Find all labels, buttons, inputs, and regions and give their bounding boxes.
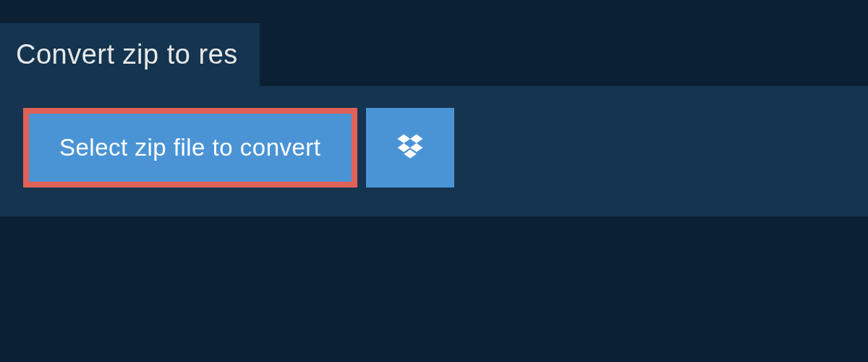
upload-panel: Select zip file to convert bbox=[0, 86, 868, 216]
button-row: Select zip file to convert bbox=[23, 108, 845, 188]
header-tab: Convert zip to res bbox=[0, 23, 260, 86]
select-file-label: Select zip file to convert bbox=[59, 134, 321, 161]
dropbox-icon bbox=[395, 132, 425, 164]
page-title: Convert zip to res bbox=[16, 39, 238, 70]
dropbox-button[interactable] bbox=[366, 108, 454, 188]
select-file-button[interactable]: Select zip file to convert bbox=[23, 108, 357, 188]
